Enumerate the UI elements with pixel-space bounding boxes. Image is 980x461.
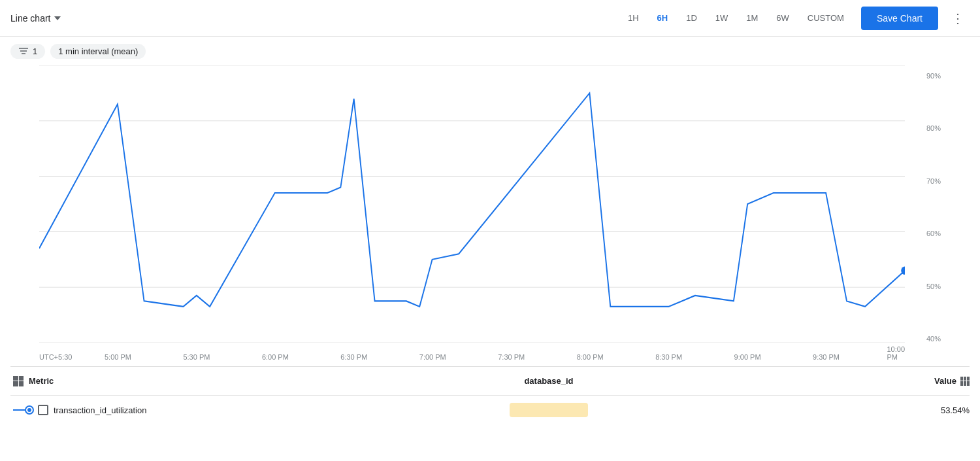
chart-type-label: Line chart: [10, 13, 50, 24]
chart-type-selector[interactable]: Line chart: [10, 13, 61, 24]
line-dash: [13, 409, 26, 411]
x-label-830pm: 8:30 PM: [655, 353, 682, 361]
x-label-600pm: 6:00 PM: [262, 353, 289, 361]
y-label-50: 50%: [908, 282, 941, 290]
filter-icon: [18, 46, 29, 56]
legend-data-row: transaction_id_utilization 53.54%: [10, 396, 970, 424]
metric-value: 53.54%: [941, 405, 970, 415]
time-btn-1m[interactable]: 1M: [740, 9, 764, 27]
x-label-900pm: 9:00 PM: [734, 353, 761, 361]
save-chart-button[interactable]: Save Chart: [861, 7, 938, 30]
y-label-80: 80%: [908, 124, 941, 132]
time-btn-custom[interactable]: CUSTOM: [801, 9, 851, 27]
time-btn-1h[interactable]: 1H: [621, 9, 645, 27]
time-btn-6h[interactable]: 6H: [651, 9, 675, 27]
chart-container: 90% 80% 70% 60% 50% 40% UTC+5:30 5:00 P: [0, 65, 980, 366]
time-btn-6w[interactable]: 6W: [770, 9, 796, 27]
x-label-1000pm: 10:00 PM: [887, 345, 905, 361]
time-btn-1w[interactable]: 1W: [709, 9, 735, 27]
metric-grid-icon: [13, 376, 24, 386]
x-label-730pm: 7:30 PM: [498, 353, 525, 361]
legend-row-value-cell: 53.54%: [891, 405, 970, 415]
metric-name: transaction_id_utilization: [54, 405, 146, 415]
x-label-530pm: 5:30 PM: [183, 353, 210, 361]
x-axis-labels: UTC+5:30 5:00 PM 5:30 PM 6:00 PM 6:30 PM…: [39, 343, 905, 366]
col-metric-label: Metric: [29, 376, 54, 386]
y-axis-labels: 90% 80% 70% 60% 50% 40%: [908, 72, 941, 343]
filter-count: 1: [33, 46, 37, 56]
legend-row-db-cell: [206, 403, 891, 417]
legend-row-metric-cell: transaction_id_utilization: [10, 405, 206, 415]
db-id-badge: [510, 403, 588, 417]
y-label-40: 40%: [908, 335, 941, 343]
x-label-utc: UTC+5:30: [39, 353, 72, 361]
chevron-down-icon: [54, 16, 61, 20]
col-db-label: database_id: [524, 376, 573, 386]
chart-line: [39, 93, 905, 306]
chart-header: Line chart 1H 6H 1D 1W 1M 6W CUSTOM Save…: [0, 0, 980, 37]
x-label-630pm: 6:30 PM: [340, 353, 367, 361]
legend-col-metric-header: Metric: [10, 376, 206, 386]
x-label-930pm: 9:30 PM: [813, 353, 840, 361]
x-label-500pm: 5:00 PM: [105, 353, 131, 361]
y-label-60: 60%: [908, 230, 941, 237]
x-label-800pm: 8:00 PM: [577, 353, 604, 361]
legend-col-db-header: database_id: [206, 376, 891, 386]
x-label-700pm: 7:00 PM: [419, 353, 446, 361]
interval-badge[interactable]: 1 min interval (mean): [50, 44, 146, 59]
legend-col-value-header: Value: [891, 376, 970, 386]
subheader: 1 1 min interval (mean): [0, 37, 980, 65]
interval-label: 1 min interval (mean): [58, 46, 138, 56]
chart-svg: [39, 65, 905, 343]
legend-header-row: Metric database_id Value: [10, 367, 970, 396]
legend-table: Metric database_id Value: [10, 366, 970, 424]
line-indicator: [13, 407, 33, 413]
y-label-90: 90%: [908, 72, 941, 80]
filter-badge[interactable]: 1: [10, 44, 45, 59]
more-options-button[interactable]: ⋮: [946, 8, 970, 29]
col-settings-icon[interactable]: [960, 377, 970, 386]
metric-checkbox[interactable]: [38, 405, 48, 415]
col-value-label: Value: [934, 376, 956, 386]
dot-indicator: [26, 407, 33, 413]
time-btn-1d[interactable]: 1D: [679, 9, 704, 27]
y-label-70: 70%: [908, 177, 941, 185]
time-range-controls: 1H 6H 1D 1W 1M 6W CUSTOM Save Chart ⋮: [621, 7, 970, 30]
